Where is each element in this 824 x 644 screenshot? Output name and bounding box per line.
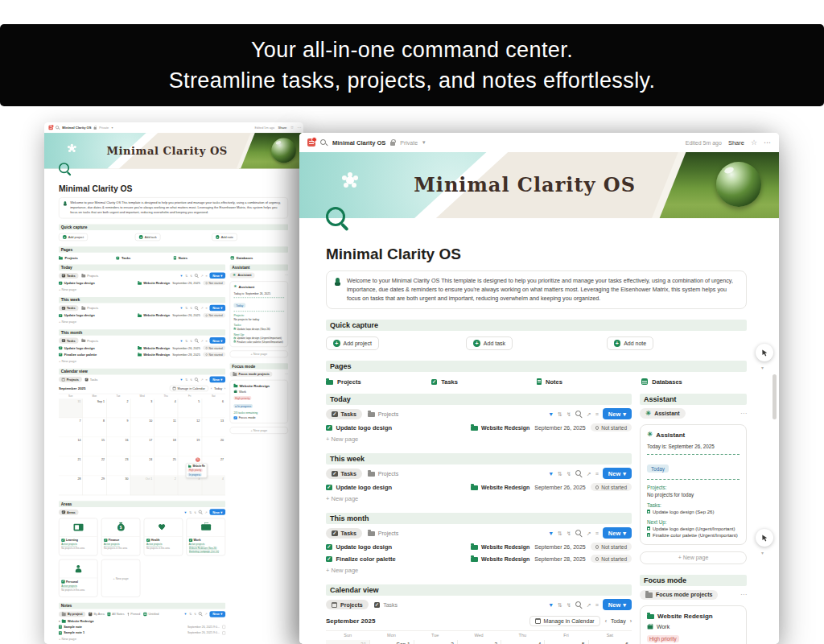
- note-row[interactable]: Sample note September 26, 2025 9:0… ✓: [59, 625, 225, 629]
- tab-projects[interactable]: Projects: [368, 411, 398, 418]
- search-icon[interactable]: [195, 306, 199, 310]
- tab-by-area[interactable]: ✓By Area: [89, 613, 105, 616]
- calendar-cell[interactable]: 2: [154, 476, 178, 495]
- add-project-button[interactable]: +Add project: [59, 233, 88, 241]
- calendar-cell[interactable]: 21: [59, 456, 83, 476]
- expand-icon[interactable]: ↗: [200, 339, 203, 342]
- new-page-link[interactable]: + New page: [59, 637, 225, 641]
- calendar-cell[interactable]: 18: [154, 437, 178, 456]
- more-icon[interactable]: ⋯: [285, 372, 288, 376]
- workspace-title[interactable]: Minimal Clarity OS: [62, 126, 91, 130]
- checkbox-icon[interactable]: ✓: [59, 314, 62, 317]
- calendar-cell[interactable]: 5: [544, 640, 587, 644]
- filter-icon[interactable]: ▼: [548, 602, 554, 608]
- project-link[interactable]: Website Redesign: [471, 425, 529, 431]
- active-projects-link[interactable]: Active projects: [189, 543, 223, 546]
- privacy-label[interactable]: Private: [99, 126, 109, 130]
- settings-icon[interactable]: ≡: [595, 471, 599, 477]
- expand-icon[interactable]: ↗: [204, 510, 207, 514]
- active-projects-link[interactable]: Active projects: [61, 543, 95, 546]
- task-row[interactable]: ✓ Update logo design Website Redesign Se…: [59, 313, 225, 318]
- tab-pinned[interactable]: Pinned: [127, 613, 140, 616]
- calendar-cell[interactable]: 31: [59, 398, 83, 418]
- tab-projects[interactable]: Projects: [368, 530, 398, 537]
- add-task-button[interactable]: +Add task: [135, 233, 160, 241]
- task-row[interactable]: ✓ Update logo design Website Redesign Se…: [326, 423, 632, 432]
- bolt-icon[interactable]: ↯: [566, 530, 571, 536]
- add-note-button[interactable]: +Add note: [212, 233, 237, 241]
- bolt-icon[interactable]: ↯: [566, 471, 571, 477]
- calendar-cell[interactable]: 4: [201, 476, 225, 495]
- task-link[interactable]: Update logo design (Urgent/Important): [647, 526, 740, 531]
- sort-icon[interactable]: ⇅: [558, 530, 562, 536]
- tab-projects[interactable]: Projects: [81, 307, 98, 310]
- new-page-button[interactable]: + New page: [230, 427, 288, 434]
- calendar-cell[interactable]: Sep 1: [369, 640, 413, 644]
- calendar-cell[interactable]: 3: [178, 476, 202, 495]
- calendar-cell[interactable]: Sep 1: [83, 398, 107, 418]
- tab-tasks[interactable]: ✓Tasks: [59, 305, 78, 311]
- settings-icon[interactable]: ≡: [595, 530, 599, 536]
- assistant-pill[interactable]: ☀Assistant: [640, 408, 686, 419]
- search-icon[interactable]: [199, 510, 203, 514]
- assistant-pill[interactable]: ☀Assistant: [230, 273, 255, 279]
- page-magnifier-icon[interactable]: [326, 207, 350, 234]
- more-icon[interactable]: ⋯: [740, 410, 747, 417]
- checkbox-icon[interactable]: ✓: [59, 282, 62, 285]
- tab-projects[interactable]: Projects: [81, 274, 98, 277]
- tab-projects[interactable]: Projects: [81, 339, 98, 342]
- search-icon[interactable]: [575, 601, 583, 609]
- calendar-cell[interactable]: 6: [588, 640, 632, 644]
- search-icon[interactable]: [56, 126, 60, 130]
- calendar-cell[interactable]: 8: [83, 418, 107, 437]
- checkbox-icon[interactable]: ✓: [233, 416, 237, 419]
- new-button[interactable]: New▾: [209, 337, 225, 344]
- task-row[interactable]: ✓ Finalize color palette Website Redesig…: [59, 353, 225, 357]
- sort-icon[interactable]: ⇅: [185, 339, 187, 342]
- calendar-today-button[interactable]: Today: [611, 618, 626, 624]
- project-link[interactable]: Website Redesign: [471, 556, 529, 563]
- expand-icon[interactable]: ↗: [587, 530, 591, 536]
- checkbox-icon[interactable]: ✓: [59, 346, 62, 349]
- bolt-icon[interactable]: ↯: [194, 613, 196, 616]
- area-card-learning[interactable]: ✓Learning Active projects No projects in…: [59, 518, 98, 556]
- calendar-cell[interactable]: 14: [59, 437, 83, 456]
- filter-icon[interactable]: ▼: [179, 307, 183, 310]
- tab-projects[interactable]: Projects: [368, 471, 398, 477]
- calendar-cell[interactable]: 5: [178, 398, 202, 418]
- tab-areas[interactable]: ✓Areas: [59, 510, 79, 515]
- tab-tasks[interactable]: ✓Tasks: [326, 409, 362, 419]
- page-link-notes[interactable]: Notes: [174, 256, 231, 260]
- expand-icon[interactable]: ↗: [200, 307, 203, 310]
- calendar-cell[interactable]: 2: [414, 640, 457, 644]
- new-button[interactable]: New▾: [603, 527, 632, 539]
- active-projects-link[interactable]: Active projects: [104, 543, 138, 546]
- settings-icon[interactable]: ≡: [595, 411, 599, 417]
- new-button[interactable]: New▾: [209, 305, 225, 312]
- area-card-work[interactable]: ✓Work Active projects Website Redesign (…: [187, 518, 226, 556]
- calendar-cell[interactable]: 30: [106, 476, 130, 495]
- tab-by-project[interactable]: By project: [59, 611, 85, 617]
- checkbox-icon[interactable]: ✓: [222, 625, 225, 629]
- new-button[interactable]: New▾: [209, 377, 225, 383]
- calendar-cell[interactable]: 9: [106, 418, 130, 437]
- checkbox-icon[interactable]: ✓: [326, 425, 332, 431]
- task-row[interactable]: ✓ Update logo design Website Redesign Se…: [326, 483, 632, 492]
- settings-icon[interactable]: ≡: [205, 378, 207, 382]
- task-link[interactable]: Update logo design (Sep 26): [647, 510, 740, 514]
- focus-projects-pill[interactable]: Focus mode projects: [640, 590, 718, 601]
- search-icon[interactable]: [195, 339, 199, 343]
- expand-icon[interactable]: ↗: [200, 378, 203, 382]
- calendar-cell[interactable]: 20: [201, 437, 225, 456]
- app-icon[interactable]: [307, 138, 315, 147]
- tab-tasks[interactable]: ✓Tasks: [84, 378, 97, 382]
- sort-icon[interactable]: ⇅: [189, 510, 192, 514]
- calendar-cell[interactable]: 24: [130, 456, 154, 476]
- page-link-projects[interactable]: Projects: [326, 378, 431, 386]
- checkbox-icon[interactable]: ✓: [326, 485, 332, 491]
- bolt-icon[interactable]: ↯: [190, 339, 192, 342]
- assistant-card[interactable]: ☀Assistant Today is: September 26, 2025 …: [230, 281, 288, 347]
- checkbox-icon[interactable]: ✓: [326, 544, 332, 551]
- filter-icon[interactable]: ▼: [179, 378, 183, 382]
- area-card-finance[interactable]: ✓Finance Active projects No projects in …: [101, 518, 141, 556]
